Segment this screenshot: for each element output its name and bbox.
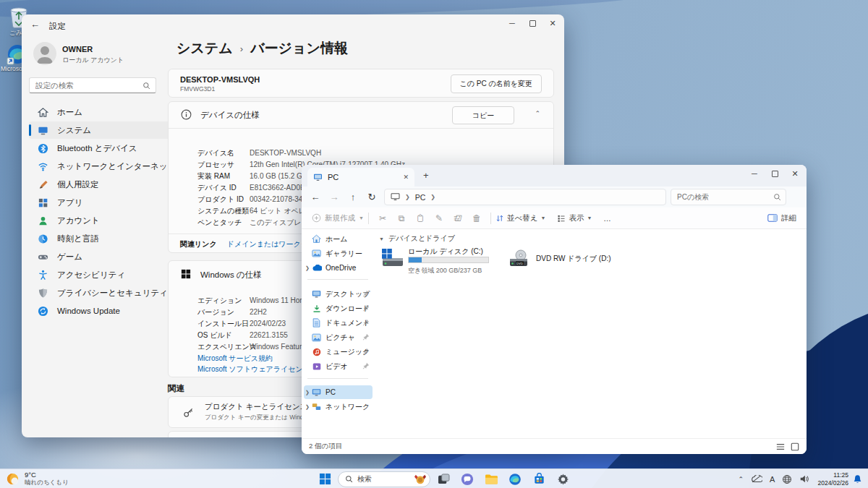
- view-button[interactable]: 表示▼: [557, 213, 592, 223]
- paste-icon[interactable]: 📋︎: [411, 213, 430, 223]
- rename-pc-button[interactable]: この PC の名前を変更: [451, 74, 542, 93]
- new-button[interactable]: 新規作成▼: [312, 213, 364, 223]
- collapse-chevron-icon[interactable]: ⌃: [535, 110, 540, 117]
- cut-icon[interactable]: ✂: [373, 213, 392, 223]
- notification-bell-icon[interactable]: [853, 474, 862, 484]
- sidebar-item-time-language[interactable]: 時刻と言語: [29, 230, 177, 247]
- rename-icon[interactable]: ✎: [430, 213, 448, 223]
- divider: [307, 378, 368, 379]
- store-button[interactable]: [528, 470, 550, 488]
- onedrive-tray-icon[interactable]: [751, 475, 762, 483]
- minimize-button[interactable]: ─: [744, 166, 765, 181]
- sidebar-item-pictures[interactable]: ピクチャ: [304, 330, 373, 344]
- breadcrumb-bar[interactable]: ❯ PC ❯: [384, 189, 666, 205]
- sidebar-item-windows-update[interactable]: Windows Update: [29, 302, 177, 320]
- copy-icon[interactable]: ⧉: [392, 213, 411, 223]
- close-button[interactable]: ✕: [785, 166, 805, 181]
- settings-titlebar[interactable]: [22, 14, 564, 36]
- new-tab-button[interactable]: +: [423, 170, 429, 181]
- sidebar-item-personalization[interactable]: 個人用設定: [29, 176, 177, 193]
- close-button[interactable]: ✕: [542, 16, 563, 30]
- ms-services-agreement-link[interactable]: Microsoft サービス規約: [197, 354, 273, 364]
- weather-widget[interactable]: 9°C 晴れのちくもり: [6, 471, 69, 487]
- start-button[interactable]: [314, 470, 336, 488]
- spec-row: インストール日2024/02/23: [197, 319, 286, 329]
- sidebar-item-accessibility[interactable]: アクセシビリティ: [29, 266, 177, 283]
- drive-name: ローカル ディスク (C:): [408, 247, 483, 257]
- edge-button[interactable]: [504, 470, 526, 488]
- copy-button[interactable]: コピー: [452, 106, 514, 124]
- back-button[interactable]: ←: [306, 192, 325, 202]
- minimize-button[interactable]: ─: [502, 16, 522, 30]
- ime-indicator[interactable]: A: [770, 475, 775, 484]
- explorer-tab-pc[interactable]: PC ✕: [307, 168, 414, 187]
- file-explorer-button[interactable]: [480, 470, 502, 488]
- view-icon: [557, 214, 566, 223]
- sidebar-item-gaming[interactable]: ゲーム: [29, 248, 177, 265]
- expand-chevron-icon[interactable]: ❯: [304, 390, 311, 395]
- sidebar-item-home[interactable]: ホーム: [304, 232, 373, 246]
- avatar[interactable]: [33, 42, 56, 65]
- sidebar-item-music[interactable]: ミュージック: [304, 345, 373, 359]
- sidebar-item-home[interactable]: ホーム: [29, 103, 177, 121]
- refresh-button[interactable]: ↻: [362, 192, 381, 202]
- drive-c-item[interactable]: ローカル ディスク (C:) 空き領域 200 GB/237 GB: [380, 247, 496, 277]
- list-view-icon[interactable]: [776, 442, 785, 451]
- sidebar-item-privacy-security[interactable]: プライバシーとセキュリティ: [29, 284, 177, 301]
- local-disk-icon: [380, 248, 405, 270]
- section-devices-drives[interactable]: ▼ デバイスとドライブ: [379, 234, 455, 244]
- large-icons-view-icon[interactable]: [791, 442, 799, 451]
- sidebar-item-bluetooth-devices[interactable]: Bluetooth とデバイス: [29, 140, 177, 157]
- sidebar-item-pc[interactable]: ❯ PC: [304, 385, 373, 399]
- sidebar-item-apps[interactable]: アプリ: [29, 194, 177, 211]
- breadcrumb-item-pc[interactable]: PC: [415, 193, 426, 202]
- details-pane-icon: [767, 214, 778, 222]
- sidebar-item-desktop[interactable]: デスクトップ: [304, 287, 373, 301]
- network-globe-icon[interactable]: [782, 474, 792, 484]
- breadcrumb-page: バージョン情報: [250, 39, 348, 58]
- breadcrumb-section[interactable]: システム: [176, 39, 233, 58]
- expand-chevron-icon[interactable]: ❯: [304, 265, 311, 271]
- clock[interactable]: 11:25 2024/02/26: [817, 471, 848, 486]
- sidebar-item-accounts[interactable]: アカウント: [29, 212, 177, 229]
- settings-search-input[interactable]: [29, 77, 156, 93]
- tab-close-icon[interactable]: ✕: [403, 174, 409, 181]
- share-icon[interactable]: 🖅︎: [448, 213, 467, 223]
- sidebar-item-videos[interactable]: ビデオ: [304, 359, 373, 373]
- task-view-button[interactable]: [433, 470, 454, 488]
- details-pane-button[interactable]: 詳細: [767, 213, 796, 223]
- maximize-button[interactable]: [522, 16, 542, 30]
- chat-button[interactable]: [456, 470, 478, 488]
- sidebar-item-gallery[interactable]: ギャラリー: [304, 247, 373, 260]
- maximize-button[interactable]: [765, 166, 785, 181]
- explorer-search[interactable]: [671, 189, 786, 205]
- drive-free-space: 空き領域 200 GB/237 GB: [408, 266, 482, 275]
- sidebar-item-onedrive[interactable]: ❯ OneDrive: [304, 261, 373, 275]
- explorer-tabstrip[interactable]: PC ✕ + ─ ✕: [302, 165, 807, 187]
- winspec-title: Windows の仕様: [200, 270, 262, 281]
- hidden-icons-chevron[interactable]: ⌃: [739, 476, 744, 483]
- speaker-icon[interactable]: [799, 474, 809, 484]
- sidebar-item-downloads[interactable]: ダウンロード: [304, 301, 373, 315]
- spec-row: OS ビルド22621.3155: [197, 330, 288, 341]
- settings-search[interactable]: [29, 77, 156, 93]
- spec-row: エディションWindows 11 Home: [197, 296, 310, 306]
- settings-button[interactable]: [552, 470, 574, 488]
- back-button[interactable]: ←: [30, 19, 40, 30]
- desktop-icon: [312, 290, 321, 299]
- store-icon: [533, 473, 545, 485]
- dvd-drive-item[interactable]: DVD DVD RW ドライブ (D:): [509, 249, 611, 268]
- up-button[interactable]: ↑: [344, 192, 362, 202]
- expand-chevron-icon[interactable]: ❯: [304, 404, 311, 410]
- sort-button[interactable]: 並べ替え▼: [495, 213, 545, 223]
- sidebar-item-documents[interactable]: ドキュメント: [304, 316, 373, 330]
- explorer-search-input[interactable]: [671, 189, 786, 205]
- pc-icon: [313, 174, 323, 181]
- forward-button[interactable]: →: [325, 192, 344, 202]
- delete-icon[interactable]: 🗑︎: [467, 213, 486, 223]
- more-button[interactable]: …: [603, 214, 611, 223]
- sidebar-item-network-internet[interactable]: ネットワークとインターネット: [29, 158, 177, 175]
- sidebar-item-network[interactable]: ❯ ネットワーク: [304, 400, 373, 414]
- sidebar-item-system[interactable]: システム: [29, 121, 177, 139]
- taskbar-search-box[interactable]: 検索: [338, 471, 430, 487]
